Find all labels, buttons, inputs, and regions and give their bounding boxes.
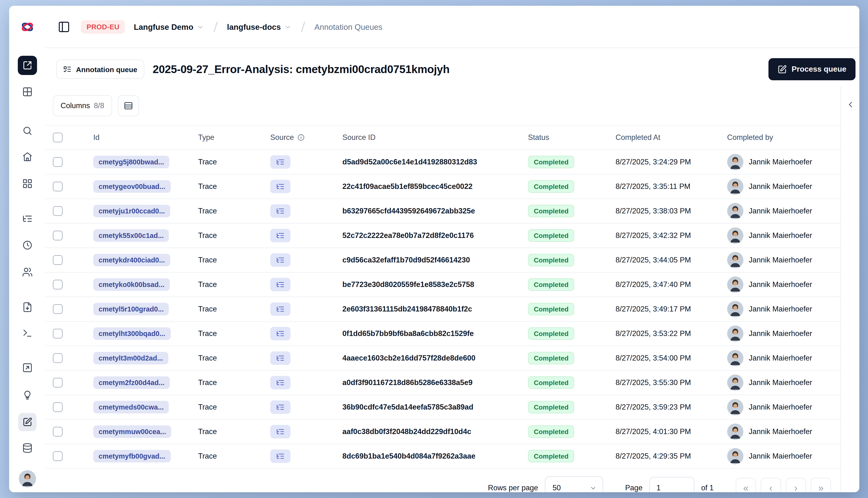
row-checkbox[interactable] <box>53 231 63 240</box>
user-avatar-button[interactable] <box>18 470 36 487</box>
table-row[interactable]: cmetymeds00cwa... Trace 36b90cdfc47e5da1… <box>45 395 841 420</box>
item-id-pill[interactable]: cmetylht300bqad0... <box>93 327 170 340</box>
org-switcher[interactable]: Langfuse Demo <box>134 22 204 31</box>
rows-per-page-select[interactable]: 50 <box>545 476 603 492</box>
row-checkbox[interactable] <box>53 451 63 461</box>
row-checkbox[interactable] <box>53 206 63 216</box>
table-row[interactable]: cmetymmuw00cea... Trace aaf0c38db0f3f204… <box>45 420 841 444</box>
info-icon[interactable] <box>297 134 305 141</box>
item-id-pill[interactable]: cmetymeds00cwa... <box>93 401 169 414</box>
trace-source-badge[interactable] <box>270 425 290 438</box>
table-row[interactable]: cmetyl5r100grad0... Trace 2e603f31361115… <box>45 297 841 322</box>
table-row[interactable]: cmetyg5j800bwad... Trace d5ad9d52a00c6e1… <box>45 150 841 174</box>
table-row[interactable]: cmetylht300bqad0... Trace 0f1dd65b7bb9bf… <box>45 322 841 346</box>
sidebar-item-tables[interactable] <box>22 87 33 97</box>
trace-source-badge[interactable] <box>270 204 290 218</box>
row-checkbox[interactable] <box>53 157 63 167</box>
status-badge: Completed <box>528 229 574 242</box>
row-checkbox[interactable] <box>53 402 63 412</box>
next-page-button[interactable]: › <box>786 478 806 492</box>
annotation-queue-chip[interactable]: Annotation queue <box>56 60 144 79</box>
sidebar-item-dashboards[interactable] <box>22 178 33 189</box>
sidebar-item-evals[interactable] <box>22 390 33 401</box>
row-checkbox[interactable] <box>53 378 63 388</box>
trace-source-badge[interactable] <box>270 302 290 316</box>
sidebar-item-playground[interactable] <box>22 363 33 373</box>
sidebar-item-search[interactable] <box>22 126 33 136</box>
source-id-cell: c9d56ca32efaff1b70d9d52f46614230 <box>342 256 528 264</box>
table-row[interactable]: cmetylt3m00d2ad... Trace 4aaece1603cb2e1… <box>45 346 841 371</box>
langfuse-logo[interactable] <box>9 20 45 34</box>
select-all-checkbox[interactable] <box>53 133 63 142</box>
table-row[interactable]: cmetykdr400ciad0... Trace c9d56ca32efaff… <box>45 248 841 273</box>
sidebar-item-tracing[interactable] <box>22 213 33 224</box>
sidebar-item-home[interactable] <box>22 152 33 162</box>
sidebar-item-sessions[interactable] <box>22 240 33 250</box>
trace-source-badge[interactable] <box>270 449 290 463</box>
row-height-button[interactable] <box>118 95 139 116</box>
list-tree-icon <box>276 280 285 289</box>
trace-source-badge[interactable] <box>270 278 290 291</box>
column-header-status[interactable]: Status <box>528 133 616 142</box>
column-header-type[interactable]: Type <box>198 133 270 142</box>
open-external-button[interactable] <box>17 56 37 75</box>
sidebar-item-scores[interactable] <box>22 302 33 313</box>
table-row[interactable]: cmetyju1r00ccad0... Trace b63297665cfd44… <box>45 199 841 224</box>
item-id-pill[interactable]: cmetyl5r100grad0... <box>93 303 169 315</box>
column-header-completed-by[interactable]: Completed by <box>727 133 841 142</box>
item-id-pill[interactable]: cmetymmuw00cea... <box>93 425 171 438</box>
expand-panel-button[interactable] <box>845 99 856 110</box>
source-id-cell: 0f1dd65b7bb9bf6ba8a6cbb82c1529fe <box>342 329 528 338</box>
column-header-id[interactable]: Id <box>93 133 198 142</box>
page-number-input[interactable] <box>649 477 695 492</box>
column-header-source[interactable]: Source <box>270 133 342 142</box>
trace-source-badge[interactable] <box>270 155 290 169</box>
table-row[interactable]: cmetyko0k00bsad... Trace be7723e30d80205… <box>45 273 841 297</box>
column-header-completed-at[interactable]: Completed At <box>616 133 727 142</box>
environment-badge[interactable]: PROD-EU <box>81 20 125 34</box>
item-id-pill[interactable]: cmetyko0k00bsad... <box>93 278 170 291</box>
sidebar-item-datasets[interactable] <box>22 443 33 453</box>
row-checkbox[interactable] <box>53 255 63 265</box>
row-checkbox[interactable] <box>53 304 63 314</box>
row-checkbox[interactable] <box>53 280 63 289</box>
list-tree-icon <box>276 427 285 436</box>
last-page-button[interactable]: » <box>811 478 831 492</box>
trace-source-badge[interactable] <box>270 327 290 340</box>
columns-button[interactable]: Columns 8/8 <box>53 95 112 116</box>
previous-page-button[interactable]: ‹ <box>761 478 781 492</box>
row-checkbox[interactable] <box>53 427 63 436</box>
table-row[interactable]: cmetyk55x00c1ad... Trace 52c72c2222ea78e… <box>45 224 841 248</box>
item-id-pill[interactable]: cmetym2fz00d4ad... <box>93 376 170 389</box>
trace-source-badge[interactable] <box>270 376 290 389</box>
item-id-pill[interactable]: cmetyg5j800bwad... <box>93 156 169 168</box>
sidebar-item-annotation[interactable] <box>18 413 36 431</box>
item-id-pill[interactable]: cmetymyfb00gvad... <box>93 450 170 462</box>
column-header-source-id[interactable]: Source ID <box>342 133 528 142</box>
table-row[interactable]: cmetymyfb00gvad... Trace 8dc69b1ba1e540b… <box>45 444 841 469</box>
process-queue-button[interactable]: Process queue <box>768 58 855 80</box>
item-id-pill[interactable]: cmetygeov00buad... <box>93 180 170 193</box>
row-checkbox[interactable] <box>53 353 63 363</box>
trace-source-badge[interactable] <box>270 351 290 365</box>
completed-by-name: Jannik Maierhoefer <box>749 354 812 363</box>
sidebar-item-users[interactable] <box>22 267 33 277</box>
breadcrumb-separator <box>210 21 221 33</box>
sidebar-item-prompts[interactable] <box>22 328 33 338</box>
table-row[interactable]: cmetygeov00buad... Trace 22c41f09acae5b1… <box>45 174 841 199</box>
list-tree-icon <box>22 213 33 224</box>
item-id-pill[interactable]: cmetyju1r00ccad0... <box>93 205 170 217</box>
trace-source-badge[interactable] <box>270 253 290 267</box>
project-switcher[interactable]: langfuse-docs <box>227 22 292 31</box>
item-id-pill[interactable]: cmetyk55x00c1ad... <box>93 229 169 242</box>
row-checkbox[interactable] <box>53 329 63 338</box>
first-page-button[interactable]: « <box>736 478 756 492</box>
item-id-pill[interactable]: cmetylt3m00d2ad... <box>93 352 168 364</box>
table-row[interactable]: cmetym2fz00d4ad... Trace a0df3f901167218… <box>45 371 841 395</box>
row-checkbox[interactable] <box>53 182 63 191</box>
trace-source-badge[interactable] <box>270 401 290 414</box>
trace-source-badge[interactable] <box>270 229 290 242</box>
trace-source-badge[interactable] <box>270 180 290 193</box>
sidebar-toggle-icon[interactable] <box>57 20 71 34</box>
item-id-pill[interactable]: cmetykdr400ciad0... <box>93 254 170 266</box>
